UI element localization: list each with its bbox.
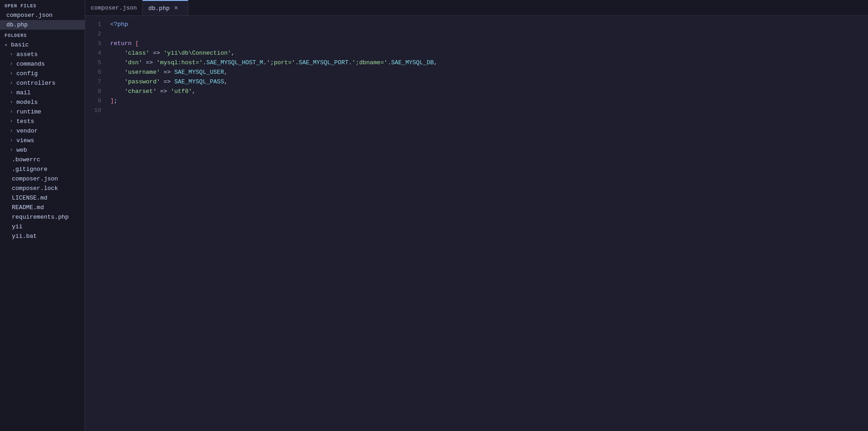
folder-controllers-label: controllers	[16, 80, 56, 87]
folder-vendor-label: vendor	[16, 128, 38, 134]
folder-mail-label: mail	[16, 89, 31, 96]
chevron-right-icon: ›	[10, 119, 15, 124]
folder-views[interactable]: › views	[0, 136, 85, 145]
file-bowerrc[interactable]: .bowerrc	[0, 155, 85, 164]
folder-basic[interactable]: ▾ basic	[0, 40, 85, 50]
folder-assets[interactable]: › assets	[0, 50, 85, 59]
chevron-right-icon: ›	[10, 81, 15, 86]
chevron-right-icon: ›	[10, 62, 15, 67]
folder-commands[interactable]: › commands	[0, 59, 85, 69]
folder-views-label: views	[16, 137, 34, 144]
folder-models[interactable]: › models	[0, 97, 85, 107]
file-requirements-php[interactable]: requirements.php	[0, 212, 85, 222]
open-files-label: OPEN FILES	[0, 0, 85, 10]
folder-vendor[interactable]: › vendor	[0, 126, 85, 136]
tab-composer-json[interactable]: composer.json	[85, 0, 143, 15]
folder-commands-label: commands	[16, 61, 45, 67]
folder-tests[interactable]: › tests	[0, 117, 85, 126]
line-numbers: 1 2 3 4 5 6 7 8 9 10	[85, 20, 106, 431]
folder-runtime[interactable]: › runtime	[0, 107, 85, 117]
tab-db-php[interactable]: db.php ×	[143, 0, 188, 15]
tabs-bar: composer.json db.php ×	[85, 0, 868, 16]
tab-composer-json-label: composer.json	[91, 5, 137, 11]
folder-basic-label: basic	[11, 41, 29, 48]
chevron-right-icon: ›	[10, 138, 15, 143]
chevron-right-icon: ›	[10, 100, 15, 105]
file-yii[interactable]: yii	[0, 222, 85, 231]
chevron-right-icon: ›	[10, 148, 15, 153]
folder-controllers[interactable]: › controllers	[0, 78, 85, 88]
chevron-right-icon: ›	[10, 71, 15, 76]
file-composer-json[interactable]: composer.json	[0, 174, 85, 184]
folder-runtime-label: runtime	[16, 108, 41, 115]
file-gitignore[interactable]: .gitignore	[0, 164, 85, 174]
file-license-md[interactable]: LICENSE.md	[0, 193, 85, 203]
chevron-down-icon: ▾	[5, 42, 9, 48]
folder-config[interactable]: › config	[0, 69, 85, 78]
main-area: composer.json db.php × 1 2 3 4 5 6 7 8 9…	[85, 0, 868, 431]
open-file-db-php[interactable]: db.php	[0, 20, 85, 30]
folder-config-label: config	[16, 70, 38, 77]
folder-web[interactable]: › web	[0, 145, 85, 155]
file-readme-md[interactable]: README.md	[0, 203, 85, 212]
code-editor[interactable]: 1 2 3 4 5 6 7 8 9 10 <?php return [ 'cla…	[85, 16, 868, 431]
folder-tests-label: tests	[16, 118, 34, 125]
chevron-right-icon: ›	[10, 52, 15, 57]
chevron-right-icon: ›	[10, 109, 15, 114]
file-composer-lock[interactable]: composer.lock	[0, 184, 85, 193]
folder-assets-label: assets	[16, 51, 38, 58]
open-file-composer-json[interactable]: composer.json	[0, 10, 85, 20]
file-yii-bat[interactable]: yii.bat	[0, 231, 85, 241]
folder-web-label: web	[16, 147, 27, 154]
code-content[interactable]: <?php return [ 'class' => 'yii\db\Connec…	[106, 20, 868, 431]
chevron-right-icon: ›	[10, 128, 15, 133]
chevron-right-icon: ›	[10, 90, 15, 95]
folders-label: FOLDERS	[0, 30, 85, 40]
tab-db-php-close[interactable]: ×	[173, 4, 179, 12]
folder-models-label: models	[16, 99, 38, 106]
tab-db-php-label: db.php	[148, 5, 169, 12]
folder-mail[interactable]: › mail	[0, 88, 85, 97]
sidebar: OPEN FILES composer.json db.php FOLDERS …	[0, 0, 85, 431]
